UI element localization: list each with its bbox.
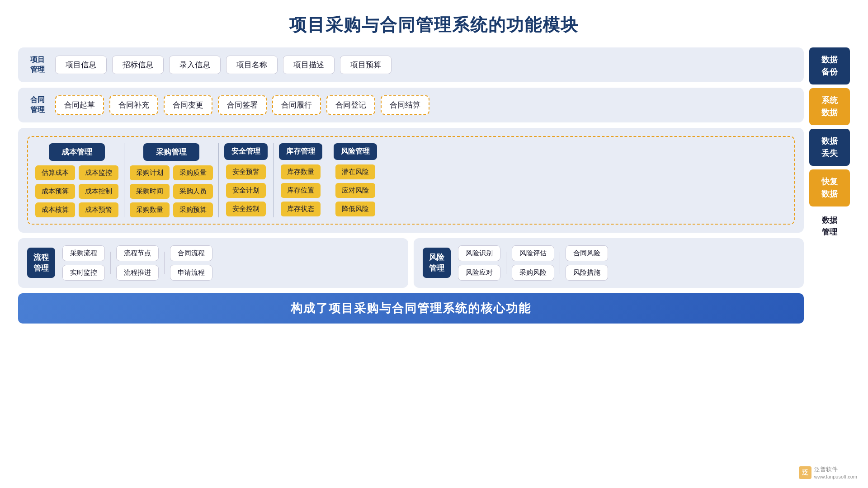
item-risk-latent: 潜在风险 [335, 164, 375, 179]
risk-management-header: 风险管理 [334, 143, 377, 160]
item-purchase-qty: 采购数量 [130, 202, 170, 217]
risk-management2-items: 风险识别 风险应对 风险评估 采购风险 合同风险 风险措施 [458, 245, 608, 281]
process-management-items: 采购流程 实时监控 流程节点 流程推进 合同流程 申请流程 [62, 245, 212, 281]
sidebar-item-data-loss: 数据 丢失 [809, 129, 850, 166]
inventory-management-header: 库存管理 [279, 143, 322, 160]
item-cost-budget: 成本预算 [35, 184, 75, 199]
middle-flex: 成本管理 估算成本 成本监控 成本预算 成本控制 成本核算 [35, 143, 377, 217]
divider-2 [218, 143, 219, 217]
item-risk-evaluate: 风险评估 [512, 245, 554, 261]
item-inventory-status: 库存状态 [281, 202, 321, 216]
item-purchase-risk: 采购风险 [512, 265, 554, 281]
item-contract-risk: 合同风险 [566, 245, 608, 261]
item-contract-process: 合同流程 [170, 245, 212, 261]
risk-management2-label: 风险 管理 [423, 248, 451, 278]
contract-management-row: 合同 管理 合同起草 合同补充 合同变更 合同签署 合同履行 合同登记 合同结算 [18, 88, 804, 122]
process-col-1: 采购流程 实时监控 [62, 245, 105, 281]
cost-management-group: 成本管理 估算成本 成本监控 成本预算 成本控制 成本核算 [35, 143, 118, 217]
item-contract-change: 合同变更 [164, 95, 212, 115]
separator-3 [506, 252, 506, 274]
item-safety-warn: 安全预警 [226, 164, 266, 179]
purchase-row-3: 采购数量 采购预算 [130, 202, 213, 217]
risk2-col-3: 合同风险 风险措施 [566, 245, 608, 281]
sidebar-item-restore-data: 快复 数据 [809, 169, 850, 206]
divider-4 [328, 143, 328, 217]
item-contract-draft: 合同起草 [55, 95, 104, 115]
main-content: 项目 管理 项目信息 招标信息 录入信息 项目名称 项目描述 项目预算 合同 管… [18, 47, 850, 479]
inventory-row-3: 库存状态 [281, 202, 321, 216]
item-contract-sign: 合同签署 [218, 95, 267, 115]
process-col-2: 流程节点 流程推进 [116, 245, 159, 281]
risk-row-3: 降低风险 [335, 202, 375, 216]
project-management-row: 项目 管理 项目信息 招标信息 录入信息 项目名称 项目描述 项目预算 [18, 47, 804, 82]
item-project-info: 项目信息 [55, 56, 107, 74]
risk-management-boxes: 潜在风险 应对风险 降低风险 [335, 164, 375, 216]
purchase-row-2: 采购时间 采购人员 [130, 184, 213, 199]
item-cost-control: 成本控制 [79, 184, 118, 199]
item-contract-settle: 合同结算 [381, 95, 429, 115]
middle-inner: 成本管理 估算成本 成本监控 成本预算 成本控制 成本核算 [27, 136, 795, 225]
cost-row-1: 估算成本 成本监控 [35, 165, 118, 180]
cost-row-3: 成本核算 成本预警 [35, 202, 118, 217]
bottom-rows: 流程 管理 采购流程 实时监控 流程节点 流程推进 合同流程 申请流程 [18, 238, 804, 288]
contract-management-items: 合同起草 合同补充 合同变更 合同签署 合同履行 合同登记 合同结算 [55, 95, 429, 115]
purchase-management-boxes: 采购计划 采购质量 采购时间 采购人员 采购数量 采购预算 [130, 165, 213, 217]
inventory-management-boxes: 库存数量 库存位置 库存状态 [281, 164, 321, 216]
safety-row-1: 安全预警 [226, 164, 266, 179]
risk2-col-2: 风险评估 采购风险 [512, 245, 554, 281]
safety-row-2: 安全计划 [226, 183, 266, 198]
watermark-icon: 泛 [799, 466, 811, 479]
item-risk-response: 应对风险 [335, 183, 375, 198]
item-cost-estimate: 估算成本 [35, 165, 75, 180]
cost-row-2: 成本预算 成本控制 [35, 184, 118, 199]
item-apply-process: 申请流程 [170, 265, 212, 281]
purchase-management-group: 采购管理 采购计划 采购质量 采购时间 采购人员 采购数量 [130, 143, 213, 217]
item-risk-reduce: 降低风险 [335, 202, 375, 216]
watermark-text: 泛普软件 www.fanpusoft.com [814, 466, 857, 480]
item-entry-info: 录入信息 [169, 56, 221, 74]
cost-management-boxes: 估算成本 成本监控 成本预算 成本控制 成本核算 成本预警 [35, 165, 118, 217]
item-project-name: 项目名称 [226, 56, 278, 74]
item-safety-plan: 安全计划 [226, 183, 266, 198]
item-project-desc: 项目描述 [283, 56, 335, 74]
item-bid-info: 招标信息 [112, 56, 164, 74]
right-sidebar: 数据 备份 系统 数据 数据 丢失 快复 数据 数据 管理 [809, 47, 850, 479]
risk2-col-1: 风险识别 风险应对 [458, 245, 500, 281]
watermark-brand: 泛普软件 [814, 466, 857, 474]
item-inventory-qty: 库存数量 [281, 164, 321, 179]
purchase-management-header: 采购管理 [143, 143, 199, 161]
core-function-bar: 构成了项目采购与合同管理系统的核心功能 [18, 293, 804, 324]
item-purchase-time: 采购时间 [130, 184, 170, 199]
risk-row-1: 潜在风险 [335, 164, 375, 179]
risk-row-2: 应对风险 [335, 183, 375, 198]
item-cost-monitor: 成本监控 [79, 165, 118, 180]
page-title: 项目采购与合同管理系统的功能模块 [289, 14, 579, 37]
watermark: 泛 泛普软件 www.fanpusoft.com [799, 466, 857, 480]
item-contract-perform: 合同履行 [272, 95, 321, 115]
item-risk-respond: 风险应对 [458, 265, 500, 281]
item-purchase-process: 采购流程 [62, 245, 105, 261]
item-project-budget: 项目预算 [340, 56, 392, 74]
item-purchase-person: 采购人员 [173, 184, 213, 199]
separator-1 [110, 252, 111, 274]
item-contract-register: 合同登记 [326, 95, 375, 115]
item-inventory-loc: 库存位置 [281, 183, 321, 198]
item-risk-identify: 风险识别 [458, 245, 500, 261]
separator-2 [164, 252, 165, 274]
safety-management-group: 安全管理 安全预警 安全计划 安全控制 [224, 143, 268, 216]
inventory-row-2: 库存位置 [281, 183, 321, 198]
purchase-row-1: 采购计划 采购质量 [130, 165, 213, 180]
sidebar-item-data-backup: 数据 备份 [809, 47, 850, 84]
process-management-label: 流程 管理 [27, 248, 55, 278]
inventory-row-1: 库存数量 [281, 164, 321, 179]
left-panels: 项目 管理 项目信息 招标信息 录入信息 项目名称 项目描述 项目预算 合同 管… [18, 47, 804, 479]
divider-1 [124, 143, 124, 217]
watermark-url: www.fanpusoft.com [814, 474, 857, 480]
safety-management-header: 安全管理 [224, 143, 268, 160]
safety-management-boxes: 安全预警 安全计划 安全控制 [226, 164, 266, 216]
project-management-label: 项目 管理 [27, 55, 48, 75]
item-cost-warn: 成本预警 [79, 202, 118, 217]
contract-management-label: 合同 管理 [27, 95, 48, 115]
item-process-node: 流程节点 [116, 245, 159, 261]
sidebar-item-system-data: 系统 数据 [809, 88, 850, 125]
